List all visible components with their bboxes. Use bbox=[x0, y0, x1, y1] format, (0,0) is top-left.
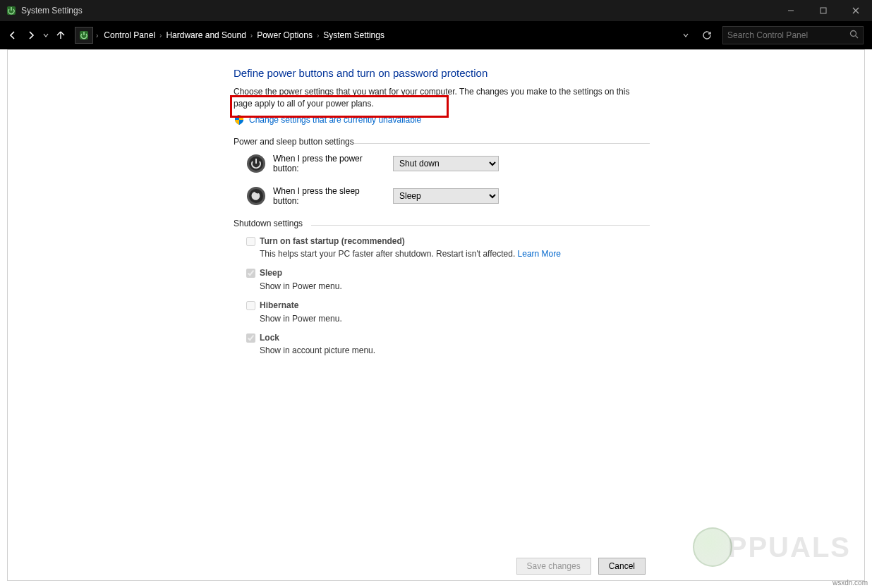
sleep-button-icon bbox=[246, 186, 266, 206]
close-button[interactable] bbox=[840, 0, 872, 21]
chevron-right-icon: › bbox=[95, 32, 99, 39]
history-dropdown[interactable] bbox=[41, 27, 51, 44]
power-button-icon bbox=[246, 154, 266, 173]
crumb-power-options[interactable]: Power Options bbox=[254, 30, 315, 40]
shutdown-group: Shutdown settings Turn on fast startup (… bbox=[234, 219, 643, 357]
checkbox-fast-startup[interactable] bbox=[246, 237, 255, 246]
svg-point-6 bbox=[851, 31, 856, 37]
refresh-button[interactable] bbox=[697, 27, 717, 44]
check-label: Hibernate bbox=[260, 300, 298, 310]
page-title: Define power buttons and turn on passwor… bbox=[234, 67, 657, 79]
power-button-select[interactable]: Shut down bbox=[393, 156, 499, 171]
group-title-shutdown: Shutdown settings bbox=[234, 219, 643, 228]
change-settings-link-label: Change settings that are currently unava… bbox=[249, 115, 421, 125]
footer: Save changes Cancel bbox=[8, 552, 864, 580]
window-title: System Settings bbox=[21, 6, 775, 16]
check-lock: Lock Show in account picture menu. bbox=[246, 332, 643, 357]
svg-rect-2 bbox=[820, 8, 826, 13]
power-sleep-group: Power and sleep button settings When I p… bbox=[234, 137, 643, 206]
check-label: Turn on fast startup (recommended) bbox=[260, 236, 405, 246]
check-label: Lock bbox=[260, 333, 279, 343]
power-button-label: When I press the power button: bbox=[273, 154, 386, 173]
checkbox-sleep[interactable] bbox=[246, 269, 255, 278]
search-box[interactable] bbox=[722, 26, 864, 44]
chevron-right-icon: › bbox=[315, 32, 320, 39]
search-input[interactable] bbox=[727, 30, 849, 40]
crumb-control-panel[interactable]: Control Panel bbox=[101, 30, 158, 40]
crumb-system-settings[interactable]: System Settings bbox=[320, 30, 387, 40]
address-dropdown[interactable] bbox=[676, 27, 696, 44]
up-button[interactable] bbox=[52, 27, 69, 44]
shield-icon bbox=[234, 114, 245, 125]
learn-more-link[interactable]: Learn More bbox=[518, 249, 561, 259]
check-hibernate: Hibernate Show in Power menu. bbox=[246, 300, 643, 325]
page-description: Choose the power settings that you want … bbox=[234, 86, 643, 110]
content-area: Define power buttons and turn on passwor… bbox=[8, 50, 864, 552]
maximize-button[interactable] bbox=[807, 0, 840, 21]
save-button[interactable]: Save changes bbox=[516, 558, 591, 575]
change-settings-link[interactable]: Change settings that are currently unava… bbox=[234, 114, 421, 125]
sleep-button-select[interactable]: Sleep bbox=[393, 188, 499, 204]
check-sleep: Sleep Show in Power menu. bbox=[246, 267, 643, 293]
checkbox-hibernate[interactable] bbox=[246, 301, 255, 310]
chevron-right-icon: › bbox=[158, 32, 163, 39]
checkbox-lock[interactable] bbox=[246, 333, 255, 343]
search-icon[interactable] bbox=[849, 30, 859, 41]
titlebar: System Settings bbox=[0, 0, 872, 21]
source-label: wsxdn.com bbox=[832, 579, 868, 587]
group-title-power-sleep: Power and sleep button settings bbox=[234, 137, 643, 147]
forward-button[interactable] bbox=[23, 27, 40, 44]
navigation-bar: › Control Panel › Hardware and Sound › P… bbox=[0, 21, 872, 49]
location-icon[interactable] bbox=[75, 27, 93, 44]
check-label: Sleep bbox=[260, 268, 282, 278]
chevron-right-icon: › bbox=[249, 32, 254, 39]
sleep-button-label: When I press the sleep button: bbox=[273, 186, 386, 206]
cancel-button[interactable]: Cancel bbox=[598, 558, 646, 575]
power-options-icon bbox=[6, 5, 17, 16]
minimize-button[interactable] bbox=[775, 0, 807, 21]
crumb-hardware-sound[interactable]: Hardware and Sound bbox=[163, 30, 248, 40]
check-fast-startup: Turn on fast startup (recommended) This … bbox=[246, 235, 643, 261]
breadcrumb: Control Panel › Hardware and Sound › Pow… bbox=[101, 30, 387, 40]
back-button[interactable] bbox=[4, 27, 21, 44]
svg-line-7 bbox=[856, 36, 859, 39]
